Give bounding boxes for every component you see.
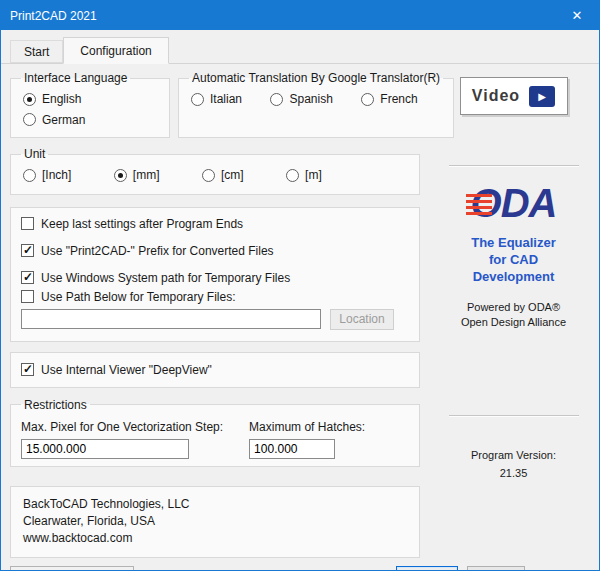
powered-line: Open Design Alliance — [461, 315, 566, 330]
radio-icon — [23, 169, 36, 182]
tab-page-configuration: Interface Language English German Automa… — [1, 63, 599, 558]
radio-cm[interactable]: [cm] — [202, 168, 244, 182]
radio-spanish[interactable]: Spanish — [270, 92, 332, 106]
radio-label: French — [380, 92, 417, 106]
checkbox-icon — [21, 271, 34, 284]
radio-icon — [202, 169, 215, 182]
radio-label: Spanish — [289, 92, 332, 106]
close-icon[interactable]: ✕ — [555, 1, 599, 30]
end-button[interactable]: End — [396, 566, 458, 571]
temporary-path-input[interactable] — [21, 309, 321, 329]
checkbox-label: Use Windows System path for Temporary Fi… — [41, 271, 290, 285]
tagline-line: The Equalizer — [471, 235, 556, 252]
restrictions-title: Restrictions — [21, 398, 90, 412]
play-icon: ▶ — [529, 86, 555, 107]
interface-language-title: Interface Language — [21, 71, 130, 85]
radio-english[interactable]: English — [23, 92, 81, 106]
dialog-window: Print2CAD 2021 ✕ Start Configuration Int… — [0, 0, 600, 571]
checkbox-icon — [21, 363, 34, 376]
radio-icon — [286, 169, 299, 182]
radio-inch[interactable]: [Inch] — [23, 168, 71, 182]
radio-label: [m] — [305, 168, 322, 182]
radio-label: [Inch] — [42, 168, 71, 182]
oda-logo: ODA — [471, 179, 557, 227]
radio-label: [cm] — [221, 168, 244, 182]
divider — [449, 415, 579, 417]
checkbox-label: Use "Print2CAD-" Prefix for Converted Fi… — [41, 244, 274, 258]
radio-icon — [114, 169, 127, 182]
company-website: www.backtocad.com — [23, 530, 407, 547]
max-hatches-field: Maximum of Hatches: — [249, 418, 365, 459]
powered-line: Powered by ODA® — [461, 300, 566, 315]
tab-bar: Start Configuration — [1, 30, 599, 63]
radio-icon — [23, 93, 36, 106]
side-panel: Video ▶ ODA The Equalizer for CAD Develo… — [438, 71, 589, 558]
radio-label: German — [42, 113, 85, 127]
checkbox-path-below[interactable]: Use Path Below for Temporary Files: — [21, 290, 409, 304]
checkbox-label: Use Path Below for Temporary Files: — [41, 290, 236, 304]
radio-icon — [191, 93, 204, 106]
interface-language-group: Interface Language English German — [10, 71, 170, 138]
radio-label: Italian — [210, 92, 242, 106]
radio-icon — [270, 93, 283, 106]
checkbox-icon — [21, 217, 34, 230]
oda-logo-stripes-icon — [466, 194, 492, 215]
powered-by: Powered by ODA® Open Design Alliance — [461, 300, 566, 330]
radio-mm[interactable]: [mm] — [114, 168, 160, 182]
titlebar: Print2CAD 2021 ✕ — [1, 1, 599, 30]
company-name: BackToCAD Technologies, LLC — [23, 496, 407, 513]
divider — [449, 165, 579, 167]
video-button-label: Video — [472, 87, 520, 105]
radio-german[interactable]: German — [23, 113, 85, 127]
company-location: Clearwater, Florida, USA — [23, 513, 407, 530]
footer-bar: See Video Help End Cancel — [1, 558, 599, 571]
tab-configuration[interactable]: Configuration — [63, 37, 168, 64]
program-version: Program Version: 21.35 — [471, 447, 556, 482]
window-title: Print2CAD 2021 — [10, 9, 555, 23]
settings-column: Interface Language English German Automa… — [10, 71, 420, 558]
location-button: Location — [330, 309, 394, 330]
company-info-group: BackToCAD Technologies, LLC Clearwater, … — [10, 486, 420, 558]
unit-group: Unit [Inch] [mm] [cm] [m] — [10, 147, 420, 195]
unit-title: Unit — [21, 147, 48, 161]
radio-italian[interactable]: Italian — [191, 92, 242, 106]
oda-tagline: The Equalizer for CAD Development — [471, 235, 556, 286]
checkbox-prefix-converted-files[interactable]: Use "Print2CAD-" Prefix for Converted Fi… — [21, 244, 409, 258]
checkbox-icon — [21, 244, 34, 257]
radio-icon — [361, 93, 374, 106]
viewer-group: Use Internal Viewer "DeepView" — [10, 352, 420, 388]
tab-start[interactable]: Start — [10, 40, 63, 63]
checkbox-label: Use Internal Viewer "DeepView" — [41, 363, 212, 377]
radio-m[interactable]: [m] — [286, 168, 322, 182]
checkbox-icon — [21, 290, 34, 303]
max-pixel-label: Max. Pixel for One Vectorization Step: — [21, 420, 223, 434]
checkbox-keep-last-settings[interactable]: Keep last settings after Program Ends — [21, 217, 409, 231]
auto-translation-title: Automatic Translation By Google Translat… — [189, 71, 443, 85]
radio-icon — [23, 113, 36, 126]
checkbox-windows-system-path[interactable]: Use Windows System path for Temporary Fi… — [21, 271, 409, 285]
file-settings-group: Keep last settings after Program Ends Us… — [10, 207, 420, 342]
radio-label: [mm] — [133, 168, 160, 182]
program-version-label: Program Version: — [471, 447, 556, 465]
max-pixel-input[interactable] — [21, 439, 189, 459]
radio-label: English — [42, 92, 81, 106]
radio-french[interactable]: French — [361, 92, 417, 106]
max-hatches-input[interactable] — [249, 439, 335, 459]
checkbox-label: Keep last settings after Program Ends — [41, 217, 243, 231]
program-version-value: 21.35 — [471, 465, 556, 483]
tagline-line: Development — [471, 269, 556, 286]
restrictions-group: Restrictions Max. Pixel for One Vectoriz… — [10, 398, 420, 467]
max-hatches-label: Maximum of Hatches: — [249, 420, 365, 434]
max-pixel-field: Max. Pixel for One Vectorization Step: — [21, 418, 223, 459]
video-button[interactable]: Video ▶ — [460, 77, 568, 115]
tagline-line: for CAD — [471, 252, 556, 269]
see-video-help-button[interactable]: See Video Help — [10, 566, 134, 571]
checkbox-internal-viewer[interactable]: Use Internal Viewer "DeepView" — [21, 363, 409, 377]
auto-translation-group: Automatic Translation By Google Translat… — [178, 71, 454, 138]
cancel-button[interactable]: Cancel — [467, 566, 525, 571]
